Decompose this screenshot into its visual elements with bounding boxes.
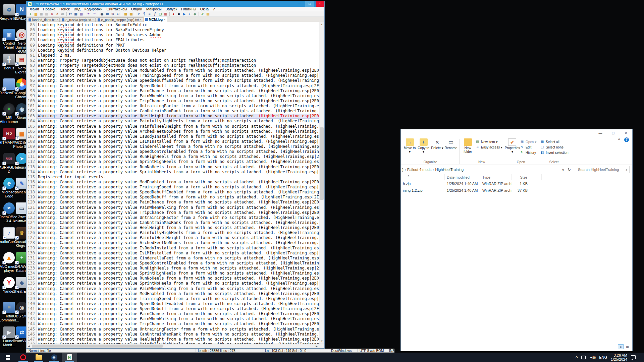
macro-save-icon[interactable]: ◆	[192, 11, 198, 16]
clock[interactable]: 3:26 AM 1/25/2024	[611, 353, 627, 361]
help-icon[interactable]: ?	[624, 137, 629, 142]
function-list-icon[interactable]: ƒ	[152, 11, 158, 16]
taskbar-button-opera[interactable]	[15, 353, 31, 362]
editor-area[interactable]: 85Loading keybind definitions for BoundI…	[26, 22, 319, 344]
notepadpp-titlebar[interactable]: N C:\Users\Zych-PC\Documents\My Games\Fa…	[26, 1, 324, 7]
scroll-down-arrow[interactable]: ▼	[319, 339, 324, 344]
address-dropdown-icon[interactable]: ∨	[562, 168, 565, 172]
menu-item-[interactable]: Опции	[129, 7, 144, 11]
save-icon[interactable]: ▦	[39, 11, 44, 16]
cut-icon[interactable]: ✂	[68, 11, 73, 16]
rename-button[interactable]: ▭Rename	[444, 138, 458, 150]
open-button[interactable]: ▣Open ▾	[520, 140, 536, 144]
close-all-icon[interactable]: ×	[55, 11, 60, 16]
tab-close-icon[interactable]: ×	[140, 18, 142, 21]
sync-horizontal-icon[interactable]: ▩	[128, 11, 134, 16]
status-encoding[interactable]: UTF-8 w/o BOM	[358, 349, 387, 352]
macro-play-icon[interactable]: ▶	[181, 11, 187, 16]
scroll-left-arrow[interactable]: ◀	[26, 344, 31, 348]
menu-item-[interactable]: Окна	[198, 7, 211, 11]
tab-landed-titles-txt[interactable]: landed_titles.txt×	[27, 17, 60, 22]
menu-item-[interactable]: Поиск	[57, 7, 71, 11]
redo-icon[interactable]: ↷	[92, 11, 97, 16]
tab-close-icon[interactable]: ×	[164, 18, 165, 21]
macro-stop-icon[interactable]: ■	[176, 11, 181, 16]
menu-item-[interactable]: Плагины	[179, 7, 198, 11]
address-bar[interactable]: ) ›Fallout 4 mods›HighHeelTraining∨↻	[401, 166, 573, 173]
vertical-scroll-thumb[interactable]	[320, 127, 324, 200]
tab-close-icon[interactable]: ×	[92, 18, 94, 21]
menu-item-[interactable]: Файл	[28, 7, 41, 11]
network-icon[interactable]	[581, 356, 586, 359]
find-icon[interactable]: ◉	[99, 11, 105, 16]
close-button[interactable]: ×	[316, 1, 324, 7]
history-button[interactable]: ↻History	[520, 150, 536, 155]
edit-button[interactable]: ✎Edit	[520, 145, 536, 149]
new-item-button[interactable]: ▤New item ▾	[475, 140, 502, 144]
menu-item-[interactable]: Кодировки	[83, 7, 105, 11]
delete-button[interactable]: ×Delete ▾	[430, 138, 444, 150]
hidden-icons-chevron[interactable]: ^	[576, 355, 578, 359]
menu-item-[interactable]: Запуск	[164, 7, 179, 11]
scroll-right-arrow[interactable]: ▶	[314, 344, 319, 348]
zoom-out-icon[interactable]: ⊖	[115, 11, 121, 16]
taskbar-button-steam[interactable]: ◉	[46, 353, 62, 362]
menu-item-[interactable]: Макросы	[144, 7, 164, 11]
status-insert-mode[interactable]: INS	[387, 349, 394, 352]
horizontal-scroll-thumb[interactable]	[32, 345, 163, 348]
spell-check-icon[interactable]: ✔	[200, 11, 205, 16]
menu-item-[interactable]: Вид	[72, 7, 83, 11]
plugin-doc-icon[interactable]: ▤	[205, 11, 211, 16]
maximize-button[interactable]: □	[305, 1, 314, 7]
start-button[interactable]	[0, 353, 15, 362]
invert-selection-button[interactable]: ◧Invert selection	[540, 150, 568, 155]
menu-item-[interactable]: Правка	[41, 7, 57, 11]
save-all-icon[interactable]: ▦	[44, 11, 49, 16]
file-row[interactable]: h.zip1/25/2024 1:40 AMWinRAR ZIP archive…	[401, 180, 632, 187]
action-center-icon[interactable]	[631, 355, 636, 359]
details-view-button[interactable]: ≡	[618, 344, 624, 349]
easy-access-button[interactable]: ➔Easy access ▾	[475, 145, 502, 149]
move-to-button[interactable]: →Move to ▾	[403, 138, 417, 154]
column-header-date-modified[interactable]: Date modified	[445, 174, 480, 180]
column-header-size[interactable]: Size	[512, 174, 530, 180]
paste-icon[interactable]: ▤	[78, 11, 84, 16]
zoom-in-icon[interactable]: ⊕	[110, 11, 115, 16]
language-indicator[interactable]: ENG	[599, 355, 607, 359]
copy-icon[interactable]: ▣	[73, 11, 78, 16]
close-doc-icon[interactable]: ×	[49, 11, 55, 16]
column-header-type[interactable]: Type	[480, 174, 512, 180]
doc-monitor-icon[interactable]: ▢	[158, 11, 163, 16]
menu-item-[interactable]: Синтаксисы	[105, 7, 129, 11]
search-input[interactable]	[578, 168, 626, 172]
new-file-icon[interactable]: +	[28, 11, 33, 16]
horizontal-scrollbar[interactable]: ◀ ▶	[26, 344, 324, 348]
new-folder-button[interactable]: New folder	[461, 138, 475, 154]
copy-to-button[interactable]: +Copy to ▾	[417, 138, 430, 154]
vertical-scrollbar[interactable]: ▲ ▼	[319, 22, 324, 344]
column-header-name[interactable]: ∧	[401, 174, 445, 180]
breadcrumb-fallout-4-mods[interactable]: Fallout 4 mods	[407, 168, 431, 172]
macro-record-icon[interactable]: ●	[171, 11, 176, 16]
show-all-chars-icon[interactable]: ¶	[142, 11, 147, 16]
search-box[interactable]: ⌕	[576, 166, 630, 173]
file-row[interactable]: ining 1.2.zip1/25/2024 1:40 AMWinRAR ZIP…	[401, 187, 632, 194]
breadcrumb-highheeltraining[interactable]: HighHeelTraining	[435, 168, 464, 172]
undo-icon[interactable]: ↶	[86, 11, 92, 16]
volume-icon[interactable]: ◄)))	[589, 355, 595, 359]
tab-close-icon[interactable]: ×	[57, 18, 58, 21]
sync-vertical-icon[interactable]: ▩	[123, 11, 128, 16]
tab-mcm-log[interactable]: MCM.log×	[144, 17, 167, 22]
word-wrap-icon[interactable]: ↵	[136, 11, 142, 16]
doc-map-icon[interactable]: ▥	[163, 11, 168, 16]
tab-e-pontic-steppe-exp-txt[interactable]: e_pontic_steppe (exp).txt×	[96, 17, 143, 22]
print-icon[interactable]: ▭	[60, 11, 65, 16]
collapse-ribbon-icon[interactable]: ^	[618, 138, 620, 142]
menu-item-[interactable]: ?	[211, 7, 217, 11]
scroll-up-arrow[interactable]: ▲	[319, 22, 324, 27]
explorer-maximize-button[interactable]: □	[607, 129, 620, 137]
explorer-close-button[interactable]: ×	[620, 129, 632, 137]
refresh-icon[interactable]: ↻	[568, 168, 571, 172]
taskbar-button-file-explorer[interactable]	[31, 353, 46, 362]
tab-e-russia-exp-txt[interactable]: e_russia (exp).txt×	[60, 17, 95, 22]
